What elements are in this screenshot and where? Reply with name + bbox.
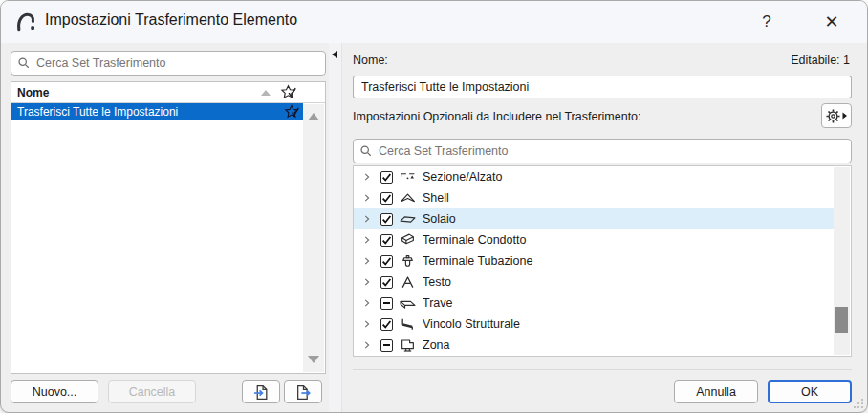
list-header[interactable]: Nome: [11, 82, 325, 103]
left-list-scrollbar[interactable]: [303, 104, 324, 372]
help-button[interactable]: ?: [745, 1, 789, 43]
checkbox[interactable]: [380, 276, 393, 289]
tree-row[interactable]: Testo: [354, 272, 834, 293]
tree-row-label: Sezione/Alzato: [423, 170, 502, 184]
structural-support-icon: [400, 316, 416, 333]
text-icon: [400, 274, 416, 291]
tree-row-label: Shell: [423, 191, 449, 205]
favorite-star-icon[interactable]: [284, 104, 299, 120]
checkbox[interactable]: [380, 318, 393, 331]
tree-row[interactable]: Solaio: [354, 208, 834, 229]
tree-row-label: Terminale Condotto: [423, 233, 526, 247]
delete-button[interactable]: Cancella: [108, 380, 196, 403]
sort-ascending-icon[interactable]: [261, 90, 271, 96]
close-button[interactable]: ✕: [810, 1, 854, 43]
tree-row-label: Solaio: [423, 212, 456, 226]
tree-row[interactable]: Trave: [354, 293, 834, 314]
import-button[interactable]: [242, 380, 280, 403]
tree-scroll-thumb[interactable]: [835, 307, 848, 333]
checkbox[interactable]: [380, 171, 393, 184]
zone-icon: [400, 337, 416, 354]
set-name-input[interactable]: [353, 76, 852, 98]
tree-row[interactable]: Shell: [354, 187, 834, 208]
export-button[interactable]: [284, 380, 322, 403]
titlebar[interactable]: Impostazioni Trasferimento Elemento ? ✕: [1, 1, 867, 43]
section-elevation-icon: [400, 169, 416, 185]
editable-count: Editabile: 1: [791, 54, 850, 67]
tree-row-label: Terminale Tubazione: [423, 254, 532, 268]
gear-icon: [825, 108, 841, 124]
list-header-label: Nome: [17, 86, 49, 99]
dialog-window: Impostazioni Trasferimento Elemento ? ✕ …: [0, 0, 868, 413]
checkbox[interactable]: [380, 192, 393, 205]
ok-button[interactable]: OK: [768, 380, 852, 403]
import-icon: [253, 384, 270, 401]
checkbox[interactable]: [380, 234, 393, 247]
new-button[interactable]: Nuovo...: [11, 380, 98, 403]
resize-grip[interactable]: [852, 397, 863, 408]
footer-separator: [353, 369, 852, 370]
chevron-right-icon[interactable]: [360, 338, 374, 352]
tree-row-label: Trave: [423, 296, 453, 310]
tree-row[interactable]: Sezione/Alzato: [354, 166, 834, 187]
chevron-right-icon[interactable]: [360, 317, 374, 331]
chevron-right-icon[interactable]: [360, 170, 374, 184]
transfer-set-list[interactable]: Nome Trasferisci Tutte le Impostazioni: [11, 81, 326, 374]
checkbox[interactable]: [380, 255, 393, 268]
chevron-right-icon[interactable]: [360, 296, 374, 310]
tree-row[interactable]: Zona: [354, 335, 834, 356]
search-icon: [17, 56, 31, 70]
app-logo-icon: [14, 11, 37, 33]
favorite-column-icon[interactable]: [280, 84, 296, 100]
chevron-right-icon[interactable]: [360, 212, 374, 226]
pipe-terminal-icon: [400, 253, 416, 270]
options-label: Impostazioni Opzionali da Includere nel …: [353, 110, 641, 123]
beam-icon: [400, 295, 416, 312]
chevron-right-icon[interactable]: [360, 275, 374, 289]
scroll-down-icon[interactable]: [308, 356, 319, 363]
options-tree[interactable]: Sezione/Alzato Shell Solaio Terminale Co…: [353, 165, 852, 357]
shell-icon: [400, 190, 416, 206]
chevron-right-icon[interactable]: [360, 191, 374, 205]
export-icon: [295, 384, 312, 401]
duct-terminal-icon: [400, 232, 416, 249]
panel-splitter[interactable]: [329, 43, 342, 412]
left-search-input[interactable]: [36, 56, 319, 70]
name-label: Nome:: [353, 54, 388, 67]
right-search-input[interactable]: [379, 144, 845, 158]
list-item[interactable]: Trasferisci Tutte le Impostazioni: [11, 103, 303, 120]
tree-row[interactable]: Terminale Tubazione: [354, 250, 834, 272]
settings-menu-button[interactable]: [821, 103, 852, 128]
tree-row-label: Zona: [423, 338, 450, 352]
tree-rows: Sezione/Alzato Shell Solaio Terminale Co…: [354, 166, 851, 356]
checkbox[interactable]: [380, 297, 393, 310]
checkbox[interactable]: [380, 339, 393, 352]
tree-row[interactable]: Terminale Condotto: [354, 229, 834, 250]
chevron-right-icon[interactable]: [360, 233, 374, 247]
dialog-title: Impostazioni Trasferimento Elemento: [45, 11, 297, 29]
menu-arrow-icon: [842, 112, 848, 120]
tree-row-label: Vincolo Strutturale: [423, 317, 520, 331]
collapse-left-icon[interactable]: [332, 51, 337, 58]
tree-scrollbar[interactable]: [834, 167, 850, 355]
list-item-label: Trasferisci Tutte le Impostazioni: [17, 105, 284, 119]
chevron-right-icon[interactable]: [360, 254, 374, 268]
scroll-up-icon[interactable]: [308, 113, 319, 120]
slab-icon: [400, 211, 416, 228]
search-icon: [359, 144, 373, 158]
tree-row-label: Testo: [423, 275, 451, 289]
checkbox[interactable]: [380, 213, 393, 226]
right-search-field[interactable]: [353, 139, 852, 163]
cancel-button[interactable]: Annulla: [674, 380, 758, 403]
left-search-field[interactable]: [11, 51, 326, 76]
tree-row[interactable]: Vincolo Strutturale: [354, 314, 834, 335]
